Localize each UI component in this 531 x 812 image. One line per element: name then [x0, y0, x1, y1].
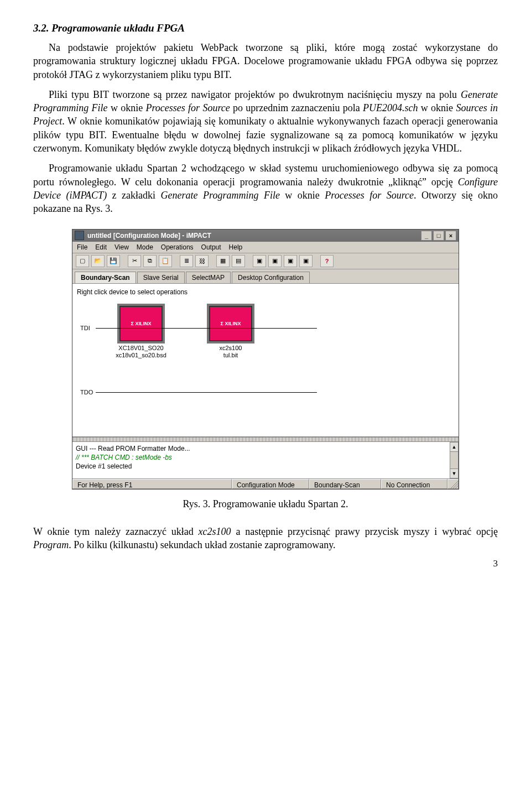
log-line: GUI --- Read PROM Formatter Mode...	[76, 444, 455, 453]
tab-boundary-scan[interactable]: Boundary-Scan	[75, 272, 136, 283]
text: Program	[33, 539, 69, 550]
device-label: XC18V01_SO20	[116, 345, 166, 352]
status-scan: Boundary-Scan	[309, 479, 381, 489]
canvas-hint: Right click device to select operations	[77, 288, 454, 296]
chip3-icon[interactable]: ▣	[284, 255, 297, 267]
text: w oknie	[280, 190, 325, 201]
text: . W oknie komunikatów pojawiają się komu…	[33, 116, 498, 154]
text: Generate Programming File	[161, 190, 280, 201]
titlebar[interactable]: untitled [Configuration Mode] - iMPACT _…	[72, 230, 459, 242]
xilinx-chip-icon: Σ XILINX	[119, 306, 163, 341]
text: . Po kilku (kilkunastu) sekundach układ …	[69, 539, 335, 550]
status-conn: No Connection	[381, 479, 447, 489]
impact-window: untitled [Configuration Mode] - iMPACT _…	[72, 229, 459, 490]
app-icon	[75, 231, 84, 240]
scroll-down-icon[interactable]: ▼	[450, 469, 459, 478]
menu-mode[interactable]: Mode	[137, 243, 153, 251]
text: Processes for Source	[145, 102, 230, 113]
tdo-label: TDO	[80, 389, 93, 395]
chip1-icon[interactable]: ▣	[253, 255, 266, 267]
scroll-up-icon[interactable]: ▲	[450, 442, 459, 452]
wire-tdo	[96, 392, 317, 393]
text: w oknie	[108, 102, 146, 113]
tabbar: Boundary-Scan Slave Serial SelectMAP Des…	[72, 269, 459, 284]
chain-canvas[interactable]: Right click device to select operations …	[72, 284, 459, 437]
device-file: xc18v01_so20.bsd	[116, 352, 166, 360]
cut-icon[interactable]: ✂	[128, 255, 141, 267]
maximize-button[interactable]: □	[433, 231, 444, 241]
text: W oknie tym należy zaznaczyć układ	[33, 526, 199, 537]
menubar: File Edit View Mode Operations Output He…	[72, 242, 459, 253]
log-panel: GUI --- Read PROM Formatter Mode... // *…	[72, 442, 459, 479]
scroll-track[interactable]	[450, 452, 459, 469]
para-2: Pliki typu BIT tworzone są przez nawigat…	[33, 88, 498, 155]
grid1-icon[interactable]: ▦	[216, 255, 230, 267]
size-grip-icon[interactable]	[447, 479, 459, 489]
chip4-icon[interactable]: ▣	[299, 255, 313, 267]
menu-operations[interactable]: Operations	[161, 243, 194, 251]
para-4: W oknie tym należy zaznaczyć układ xc2s1…	[33, 525, 498, 552]
menu-help[interactable]: Help	[229, 243, 243, 251]
tab-slave-serial[interactable]: Slave Serial	[137, 272, 185, 283]
text: Processes for Source	[325, 190, 414, 201]
figure-3: untitled [Configuration Mode] - iMPACT _…	[33, 229, 498, 490]
grid2-icon[interactable]: ▤	[232, 255, 245, 267]
scrollbar[interactable]: ▲ ▼	[450, 442, 459, 478]
new-icon[interactable]: ▢	[76, 255, 89, 267]
tab-desktop-config[interactable]: Desktop Configuration	[232, 272, 310, 283]
page-number: 3	[33, 558, 498, 569]
log-line: Device #1 selected	[76, 462, 455, 471]
menu-output[interactable]: Output	[201, 243, 221, 251]
copy-icon[interactable]: ⧉	[143, 255, 157, 267]
device-xc18v01[interactable]: Σ XILINX XC18V01_SO20 xc18v01_so20.bsd	[116, 306, 166, 360]
para-1: Na podstawie projektów pakietu WebPack t…	[33, 41, 498, 81]
save-icon[interactable]: 💾	[107, 255, 120, 267]
db-icon[interactable]: ≣	[180, 255, 193, 267]
paste-icon[interactable]: 📋	[159, 255, 172, 267]
statusbar: For Help, press F1 Configuration Mode Bo…	[72, 479, 459, 489]
device-file: tul.bit	[205, 352, 256, 360]
para-3: Programowanie układu Spartan 2 wchodzące…	[33, 162, 498, 215]
log-line: // *** BATCH CMD : setMode -bs	[76, 453, 455, 462]
text: w oknie	[418, 102, 456, 113]
tab-selectmap[interactable]: SelectMAP	[186, 272, 231, 283]
text: PUE2004.sch	[363, 102, 418, 113]
text: a następnie przycisnąć prawy przycisk my…	[231, 526, 498, 537]
status-help: For Help, press F1	[72, 479, 232, 489]
menu-file[interactable]: File	[77, 243, 87, 251]
toolbar: ▢ 📂 💾 ✂ ⧉ 📋 ≣ ⛓ ▦ ▤ ▣ ▣ ▣ ▣ ?	[72, 253, 459, 269]
close-button[interactable]: ×	[445, 231, 456, 241]
open-icon[interactable]: 📂	[91, 255, 105, 267]
status-mode: Configuration Mode	[232, 479, 309, 489]
text: xc2s100	[199, 526, 231, 537]
text: po uprzednim zaznaczeniu pola	[230, 102, 363, 113]
minimize-button[interactable]: _	[421, 231, 432, 241]
help-icon[interactable]: ?	[320, 255, 334, 267]
text: Programowanie układu Spartan 2 wchodzące…	[33, 163, 498, 187]
section-heading: 3.2. Programowanie układu FPGA	[33, 22, 498, 34]
device-xc2s100[interactable]: Σ XILINX xc2s100 tul.bit	[205, 306, 256, 360]
text: z zakładki	[107, 190, 160, 201]
window-title: untitled [Configuration Mode] - iMPACT	[87, 232, 421, 240]
wire-tdi	[96, 328, 317, 329]
chain-icon[interactable]: ⛓	[195, 255, 209, 267]
figure-caption: Rys. 3. Programowanie układu Spartan 2.	[33, 497, 498, 511]
device-label: xc2s100	[205, 345, 256, 352]
menu-view[interactable]: View	[114, 243, 129, 251]
chip2-icon[interactable]: ▣	[268, 255, 282, 267]
menu-edit[interactable]: Edit	[95, 243, 107, 251]
text: Pliki typu BIT tworzone są przez nawigat…	[49, 89, 461, 100]
tdi-label: TDI	[80, 325, 90, 331]
splitter[interactable]	[72, 437, 459, 442]
xilinx-chip-icon: Σ XILINX	[209, 306, 252, 341]
